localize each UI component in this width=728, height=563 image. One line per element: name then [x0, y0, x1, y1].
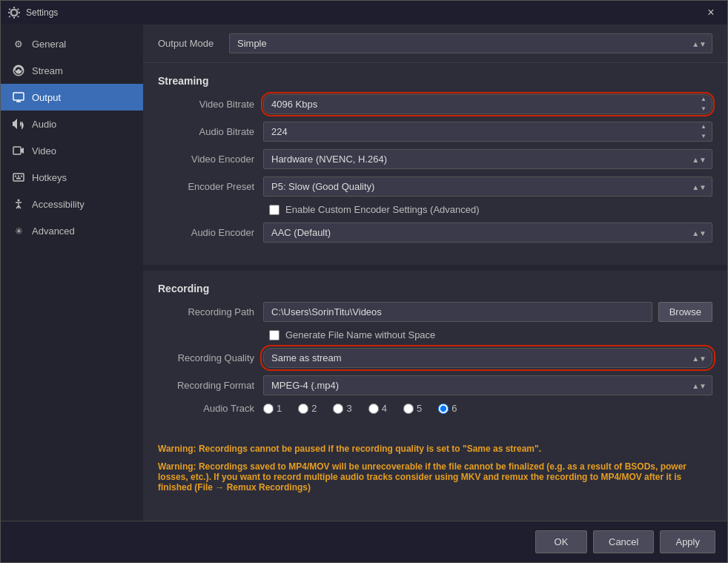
accessibility-icon — [13, 198, 24, 210]
filename-label[interactable]: Generate File Name without Space — [285, 329, 435, 340]
audio-bitrate-up-arrow[interactable]: ▲ — [698, 122, 709, 131]
recording-path-label: Recording Path — [158, 306, 254, 317]
video-encoder-row: Video Encoder Hardware (NVENC, H.264) ▲▼ — [158, 149, 712, 169]
svg-rect-8 — [21, 176, 22, 177]
svg-rect-9 — [16, 178, 21, 180]
audio-bitrate-input[interactable] — [263, 122, 712, 142]
recording-format-select[interactable]: MPEG-4 (.mp4) Matroska (.mkv) FLV (.flv) — [263, 375, 712, 395]
video-encoder-control: Hardware (NVENC, H.264) ▲▼ — [263, 149, 712, 169]
track-6-item[interactable]: 6 — [438, 403, 457, 414]
warning-1: Warning: Recordings cannot be paused if … — [158, 444, 712, 454]
track-3-item[interactable]: 3 — [333, 403, 351, 414]
sidebar-item-accessibility[interactable]: Accessibility — [1, 191, 143, 217]
browse-button[interactable]: Browse — [658, 302, 712, 322]
advanced-icon: ✳ — [13, 225, 24, 237]
svg-point-10 — [18, 200, 20, 202]
audio-bitrate-down-arrow[interactable]: ▼ — [698, 132, 709, 141]
custom-encoder-row: Enable Custom Encoder Settings (Advanced… — [158, 204, 712, 215]
output-mode-label: Output Mode — [158, 38, 217, 49]
sidebar-label-advanced: Advanced — [32, 225, 75, 237]
audio-track-row: Audio Track 1 2 — [158, 403, 712, 414]
video-bitrate-input[interactable] — [263, 94, 712, 114]
audio-bitrate-spinners: ▲ ▼ — [698, 122, 709, 142]
track-5-item[interactable]: 5 — [403, 403, 422, 414]
svg-point-0 — [17, 69, 20, 72]
track-1-radio[interactable] — [263, 404, 274, 414]
track-3-radio[interactable] — [333, 404, 343, 414]
sidebar-label-video: Video — [32, 145, 56, 157]
sidebar-item-stream[interactable]: Stream — [1, 57, 143, 84]
recording-header: Recording — [158, 271, 712, 302]
video-encoder-select[interactable]: Hardware (NVENC, H.264) — [263, 149, 712, 169]
sidebar-item-output[interactable]: Output — [1, 84, 143, 111]
audio-bitrate-row: Audio Bitrate ▲ ▼ — [158, 122, 712, 142]
streaming-header: Streaming — [158, 63, 712, 94]
recording-path-control: Browse — [263, 302, 712, 322]
track-6-radio[interactable] — [438, 404, 449, 414]
audio-encoder-row: Audio Encoder AAC (Default) ▲▼ — [158, 223, 712, 243]
track-1-item[interactable]: 1 — [263, 403, 282, 414]
recording-quality-select[interactable]: Same as stream High Quality, Medium File… — [263, 348, 712, 368]
track-2-radio[interactable] — [298, 404, 308, 414]
recording-quality-control: Same as stream High Quality, Medium File… — [263, 348, 712, 368]
sidebar-item-video[interactable]: Video — [1, 137, 143, 164]
video-bitrate-down-arrow[interactable]: ▼ — [698, 105, 709, 113]
custom-encoder-checkbox[interactable] — [269, 205, 279, 215]
warning-area: Warning: Recordings cannot be paused if … — [143, 436, 727, 500]
video-bitrate-label: Video Bitrate — [158, 99, 254, 110]
sidebar-label-general: General — [32, 39, 66, 50]
ok-button[interactable]: OK — [535, 530, 587, 553]
output-mode-select[interactable]: Simple Advanced — [229, 33, 712, 53]
sidebar-item-advanced[interactable]: ✳ Advanced — [1, 217, 143, 244]
recording-path-input[interactable] — [263, 302, 652, 322]
recording-path-row: Recording Path Browse — [158, 302, 712, 322]
track-6-label: 6 — [451, 403, 457, 414]
filename-checkbox[interactable] — [269, 330, 279, 340]
sidebar-item-hotkeys[interactable]: Hotkeys — [1, 164, 143, 191]
output-mode-select-wrapper: Simple Advanced ▲▼ — [229, 33, 712, 53]
video-icon — [13, 145, 24, 157]
section-divider — [143, 265, 727, 271]
track-2-item[interactable]: 2 — [298, 403, 317, 414]
track-4-radio[interactable] — [368, 404, 379, 414]
settings-window: Settings × ⚙ General Stream — [0, 0, 728, 563]
output-icon — [13, 91, 24, 103]
recording-format-label: Recording Format — [158, 380, 254, 391]
warning-2: Warning: Recordings saved to MP4/MOV wil… — [158, 461, 712, 493]
audio-bitrate-label: Audio Bitrate — [158, 126, 254, 137]
track-4-label: 4 — [382, 403, 387, 414]
sidebar-item-audio[interactable]: Audio — [1, 111, 143, 137]
svg-rect-7 — [18, 176, 19, 177]
settings-icon — [8, 7, 20, 19]
apply-button[interactable]: Apply — [660, 530, 715, 553]
content-area: Output Mode Simple Advanced ▲▼ Streaming… — [143, 24, 727, 521]
track-2-label: 2 — [311, 403, 317, 414]
custom-encoder-label[interactable]: Enable Custom Encoder Settings (Advanced… — [285, 204, 480, 215]
svg-rect-5 — [13, 174, 24, 181]
video-bitrate-up-arrow[interactable]: ▲ — [698, 95, 709, 104]
svg-rect-6 — [15, 176, 16, 177]
svg-rect-1 — [13, 93, 24, 100]
audio-bitrate-control: ▲ ▼ — [263, 122, 712, 142]
audio-encoder-select[interactable]: AAC (Default) — [263, 223, 712, 243]
sidebar: ⚙ General Stream — [1, 24, 143, 521]
close-button[interactable]: × — [702, 4, 720, 22]
title-bar: Settings × — [1, 1, 727, 24]
audio-encoder-label: Audio Encoder — [158, 227, 254, 238]
sidebar-item-general[interactable]: ⚙ General — [1, 30, 143, 57]
sidebar-label-output: Output — [32, 92, 61, 103]
video-bitrate-control: ▲ ▼ — [263, 94, 712, 114]
recording-quality-row: Recording Quality Same as stream High Qu… — [158, 348, 712, 368]
track-4-item[interactable]: 4 — [368, 403, 387, 414]
stream-icon — [13, 65, 24, 76]
filename-row: Generate File Name without Space — [158, 329, 712, 340]
window-title: Settings — [26, 7, 58, 18]
audio-track-label: Audio Track — [158, 403, 254, 414]
cancel-button[interactable]: Cancel — [593, 530, 654, 553]
svg-rect-4 — [13, 147, 21, 154]
encoder-preset-select[interactable]: P5: Slow (Good Quality) — [263, 177, 712, 197]
video-bitrate-row: Video Bitrate ▲ ▼ — [158, 94, 712, 114]
audio-encoder-control: AAC (Default) ▲▼ — [263, 223, 712, 243]
footer: OK Cancel Apply — [1, 521, 727, 562]
track-5-radio[interactable] — [403, 404, 414, 414]
